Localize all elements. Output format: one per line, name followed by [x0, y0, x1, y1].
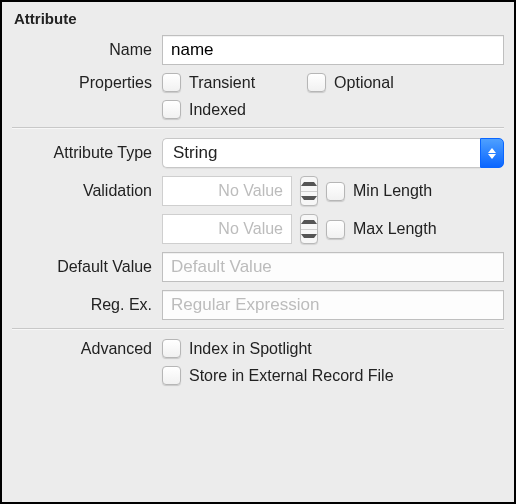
validation-label: Validation — [12, 182, 162, 200]
chevron-up-down-icon — [480, 138, 504, 168]
name-row: Name — [12, 35, 504, 65]
transient-group: Transient — [162, 73, 267, 92]
validation-max-row: Max Length — [12, 214, 504, 244]
max-length-checkbox[interactable] — [326, 220, 345, 239]
index-spotlight-label: Index in Spotlight — [189, 340, 312, 358]
regex-label: Reg. Ex. — [12, 296, 162, 314]
optional-group: Optional — [307, 73, 406, 92]
index-spotlight-checkbox[interactable] — [162, 339, 181, 358]
validation-min-row: Validation Min Length — [12, 176, 504, 206]
store-external-label: Store in External Record File — [189, 367, 394, 385]
stepper-down-icon — [301, 230, 317, 244]
min-length-label: Min Length — [353, 182, 432, 200]
regex-row: Reg. Ex. — [12, 290, 504, 320]
default-value-input[interactable] — [162, 252, 504, 282]
max-length-label: Max Length — [353, 220, 437, 238]
store-external-group: Store in External Record File — [162, 366, 406, 385]
max-length-stepper[interactable] — [300, 214, 318, 244]
indexed-label: Indexed — [189, 101, 246, 119]
default-value-label: Default Value — [12, 258, 162, 276]
store-external-checkbox[interactable] — [162, 366, 181, 385]
properties-label: Properties — [12, 74, 162, 92]
advanced-row: Advanced Index in Spotlight — [12, 339, 504, 358]
attribute-type-label: Attribute Type — [12, 144, 162, 162]
optional-label: Optional — [334, 74, 394, 92]
properties-row: Properties Transient Optional — [12, 73, 504, 92]
advanced-row-2: Store in External Record File — [12, 366, 504, 385]
attribute-type-select[interactable]: String — [162, 138, 504, 168]
spotlight-group: Index in Spotlight — [162, 339, 324, 358]
name-input[interactable] — [162, 35, 504, 65]
advanced-label: Advanced — [12, 340, 162, 358]
indexed-group: Indexed — [162, 100, 258, 119]
min-length-checkbox[interactable] — [326, 182, 345, 201]
separator-1 — [12, 127, 504, 128]
attribute-inspector-panel: Attribute Name Properties Transient Opti… — [0, 0, 516, 504]
regex-input[interactable] — [162, 290, 504, 320]
attribute-type-value: String — [162, 138, 480, 168]
max-length-input[interactable] — [162, 214, 292, 244]
separator-2 — [12, 328, 504, 329]
attribute-type-row: Attribute Type String — [12, 138, 504, 168]
stepper-down-icon — [301, 192, 317, 206]
section-title: Attribute — [12, 8, 504, 35]
transient-checkbox[interactable] — [162, 73, 181, 92]
properties-row-2: Indexed — [12, 100, 504, 119]
indexed-checkbox[interactable] — [162, 100, 181, 119]
min-length-input[interactable] — [162, 176, 292, 206]
name-label: Name — [12, 41, 162, 59]
transient-label: Transient — [189, 74, 255, 92]
optional-checkbox[interactable] — [307, 73, 326, 92]
default-value-row: Default Value — [12, 252, 504, 282]
stepper-up-icon — [301, 177, 317, 192]
min-length-stepper[interactable] — [300, 176, 318, 206]
stepper-up-icon — [301, 215, 317, 230]
